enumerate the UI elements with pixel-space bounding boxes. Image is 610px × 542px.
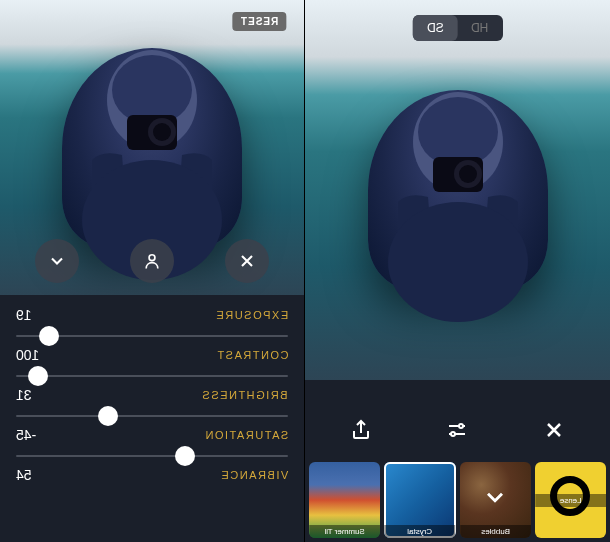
filter-thumbnails: Lense Bubbles Crystal Summer Til (305, 462, 610, 542)
photo-action-row (0, 239, 304, 283)
adjust-icon (445, 418, 469, 442)
chevron-down-icon (481, 483, 509, 511)
svg-point-14 (451, 432, 455, 436)
close-filters-button[interactable] (538, 414, 570, 446)
adjust-button[interactable] (441, 414, 473, 446)
slider-thumb[interactable] (175, 446, 195, 466)
editor-panel-filters: SD HD (305, 0, 610, 542)
slider-label: SATURATION (204, 429, 288, 441)
quality-sd-button[interactable]: SD (412, 15, 457, 41)
slider-exposure: EXPOSURE 19 (16, 307, 288, 341)
close-icon (542, 418, 566, 442)
close-icon (237, 251, 257, 271)
slider-value: 54 (16, 467, 32, 483)
expand-button[interactable] (35, 239, 79, 283)
slider-track[interactable] (16, 335, 288, 337)
svg-point-6 (149, 255, 155, 261)
person-icon (142, 251, 162, 271)
slider-value: 31 (16, 387, 32, 403)
reset-button[interactable]: RESET (232, 12, 286, 31)
slider-thumb[interactable] (39, 326, 59, 346)
share-button[interactable] (345, 414, 377, 446)
portrait-button[interactable] (130, 239, 174, 283)
slider-brightness: BRIGHTNESS 31 (16, 387, 288, 421)
slider-label: CONTRAST (216, 349, 289, 361)
filter-item-crystal[interactable]: Crystal (384, 462, 455, 538)
slider-track[interactable] (16, 415, 288, 417)
slider-thumb[interactable] (28, 366, 48, 386)
slider-value: 19 (16, 307, 32, 323)
svg-point-1 (112, 55, 192, 125)
photo-subject (358, 82, 558, 322)
slider-thumb[interactable] (98, 406, 118, 426)
photo-preview-left: RESET (0, 0, 304, 295)
svg-point-12 (388, 202, 528, 322)
slider-value: 100 (16, 347, 39, 363)
slider-track[interactable] (16, 455, 288, 457)
quality-hd-button[interactable]: HD (457, 15, 502, 41)
editor-panel-adjustments: RESET EXPOSURE 19 (0, 0, 305, 542)
filter-label: Crystal (384, 525, 455, 538)
svg-point-8 (418, 97, 498, 167)
slider-label: VIBRANCE (220, 469, 288, 481)
close-adjustments-button[interactable] (225, 239, 269, 283)
svg-point-4 (153, 123, 171, 141)
svg-point-11 (459, 165, 477, 183)
slider-saturation: SATURATION -45 (16, 427, 288, 461)
filter-item-summer[interactable]: Summer Til (309, 462, 380, 538)
filter-label: Bubbles (460, 525, 531, 538)
slider-value: -45 (16, 427, 36, 443)
slider-contrast: CONTRAST 100 (16, 347, 288, 381)
chevron-down-icon (47, 251, 67, 271)
slider-label: BRIGHTNESS (201, 389, 288, 401)
filters-bottom-bar: Lense Bubbles Crystal Summer Til (305, 398, 610, 542)
slider-vibrance: VIBRANCE 54 (16, 467, 288, 483)
photo-preview-right: SD HD (305, 0, 610, 380)
filter-label: Lense (535, 494, 606, 507)
filter-item-lense[interactable]: Lense (535, 462, 606, 538)
sliders-container: EXPOSURE 19 CONTRAST 100 BRIGHTNESS 31 S… (0, 295, 304, 495)
filter-item-bubbles[interactable]: Bubbles (460, 462, 531, 538)
slider-track[interactable] (16, 375, 288, 377)
svg-point-13 (459, 424, 463, 428)
action-row (305, 398, 610, 462)
slider-label: EXPOSURE (215, 309, 288, 321)
share-icon (349, 418, 373, 442)
quality-toggle: SD HD (412, 15, 502, 41)
filter-label: Summer Til (309, 525, 380, 538)
